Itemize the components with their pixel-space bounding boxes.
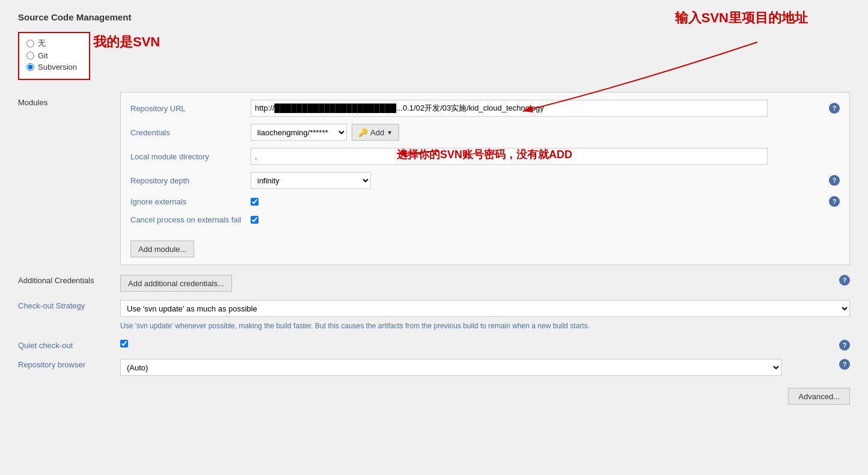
add-module-row: Add module...: [130, 234, 840, 257]
modules-label: Modules: [18, 92, 120, 265]
checkout-strategy-select[interactable]: Use 'svn update' as much as possible Alw…: [120, 300, 850, 317]
cancel-process-checkbox[interactable]: [251, 216, 258, 224]
repository-depth-control: infinity empty files immediates: [251, 172, 829, 189]
local-module-label: Local module directory: [130, 152, 251, 161]
repository-browser-help-icon[interactable]: ?: [839, 359, 850, 370]
quiet-checkout-content: [120, 340, 839, 349]
ignore-externals-row: Ignore externals ?: [130, 196, 840, 207]
quiet-checkout-help-icon[interactable]: ?: [839, 340, 850, 351]
repository-url-label: Repository URL: [130, 104, 251, 113]
cancel-process-row: Cancel process on externals fail ?: [130, 214, 840, 225]
quiet-checkout-checkbox[interactable]: [120, 340, 128, 348]
scm-options-box: 无 Git Subversion: [18, 32, 90, 80]
checkout-strategy-row: Check-out Strategy Use 'svn update' as m…: [18, 300, 850, 331]
annotation-svn: 我的是SVN: [93, 33, 160, 51]
modules-content-box: Repository URL ? Credentials liaochengmi…: [120, 92, 850, 265]
repository-url-help-icon[interactable]: ?: [829, 103, 840, 114]
section-title: Source Code Management: [18, 12, 850, 22]
local-module-input[interactable]: [251, 148, 768, 165]
radio-svn-input[interactable]: [26, 63, 34, 71]
radio-git-label: Git: [38, 51, 48, 60]
radio-none-input[interactable]: [26, 40, 34, 48]
checkout-hint: Use 'svn update' whenever possible, maki…: [120, 320, 850, 331]
add-credentials-button[interactable]: 🔑 Add ▼: [352, 124, 399, 141]
additional-credentials-row: Additional Credentials Add additional cr…: [18, 275, 850, 292]
credentials-control: liaochengming/****** 🔑 Add ▼: [251, 124, 829, 141]
cancel-process-control: [251, 216, 829, 224]
add-additional-credentials-button[interactable]: Add additional credentials...: [120, 275, 232, 292]
repository-depth-help-icon[interactable]: ?: [829, 175, 840, 186]
radio-git[interactable]: Git: [26, 51, 82, 60]
add-btn-label: Add: [370, 128, 384, 137]
repository-depth-row: Repository depth infinity empty files im…: [130, 172, 840, 189]
ignore-externals-control: [251, 198, 829, 206]
additional-credentials-help-icon[interactable]: ?: [839, 275, 850, 286]
repository-browser-content: (Auto) CollabNet FishEye ViewSVN WebSVN: [120, 359, 839, 376]
advanced-button[interactable]: Advanced...: [788, 388, 850, 405]
cancel-process-label: Cancel process on externals fail: [130, 215, 251, 224]
ignore-externals-label: Ignore externals: [130, 197, 251, 206]
repository-depth-select[interactable]: infinity empty files immediates: [251, 172, 371, 189]
page-container: 我的是SVN 输入SVN里项目的地址 Source Code Managemen…: [0, 0, 868, 475]
additional-credentials-content: Add additional credentials...: [120, 275, 839, 292]
credentials-row: Credentials liaochengming/****** 🔑 Add ▼…: [130, 124, 840, 141]
add-module-button[interactable]: Add module...: [130, 241, 194, 257]
repository-url-input[interactable]: [251, 100, 768, 117]
repository-browser-label: Repository browser: [18, 359, 120, 369]
radio-git-input[interactable]: [26, 52, 34, 60]
checkout-strategy-content: Use 'svn update' as much as possible Alw…: [120, 300, 850, 331]
checkout-strategy-label: Check-out Strategy: [18, 300, 120, 310]
modules-section: Modules Repository URL ? Credentials lia…: [18, 92, 850, 265]
add-btn-icon: 🔑: [358, 128, 368, 137]
quiet-checkout-row: Quiet check-out ?: [18, 340, 850, 351]
advanced-row: Advanced...: [18, 388, 850, 405]
radio-subversion[interactable]: Subversion: [26, 63, 82, 72]
repository-depth-label: Repository depth: [130, 176, 251, 185]
add-btn-dropdown-icon: ▼: [387, 129, 393, 136]
repository-url-control: [251, 100, 829, 117]
credentials-select[interactable]: liaochengming/******: [251, 124, 347, 141]
ignore-externals-checkbox[interactable]: [251, 198, 258, 206]
radio-svn-label: Subversion: [38, 63, 77, 72]
quiet-checkout-label: Quiet check-out: [18, 340, 120, 350]
ignore-externals-help-icon[interactable]: ?: [829, 196, 840, 207]
local-module-row: Local module directory ?: [130, 148, 840, 165]
repository-browser-row: Repository browser (Auto) CollabNet Fish…: [18, 359, 850, 376]
repository-url-row: Repository URL ?: [130, 100, 840, 117]
credentials-label: Credentials: [130, 128, 251, 137]
additional-credentials-label: Additional Credentials: [18, 275, 120, 285]
radio-none-label: 无: [38, 38, 46, 49]
repository-browser-select[interactable]: (Auto) CollabNet FishEye ViewSVN WebSVN: [120, 359, 781, 376]
radio-none[interactable]: 无: [26, 38, 82, 49]
local-module-control: [251, 148, 829, 165]
